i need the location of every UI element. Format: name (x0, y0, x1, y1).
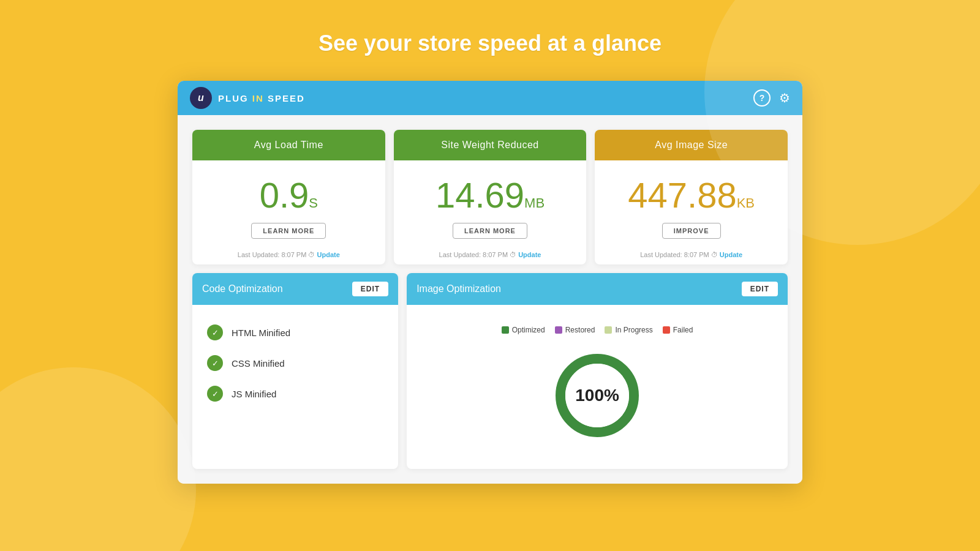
list-item: ✓ HTML Minified (207, 317, 383, 348)
update-link-load-time[interactable]: Update (317, 251, 340, 258)
legend-dot-optimized (502, 326, 509, 334)
stat-body-load-time: 0.9S LEARN MORE (192, 160, 385, 246)
list-item: ✓ JS Minified (207, 378, 383, 409)
image-optimization-header: Image Optimization EDIT (407, 273, 788, 305)
learn-more-weight[interactable]: LEARN MORE (453, 223, 527, 239)
stat-card-load-time: Avg Load Time 0.9S LEARN MORE Last Updat… (192, 130, 385, 264)
image-optimization-body: Optimized Restored In Progress Fail (407, 305, 788, 469)
legend-label-in-progress: In Progress (615, 326, 652, 334)
image-optimization-legend: Optimized Restored In Progress Fail (421, 317, 773, 340)
legend-label-restored: Restored (565, 326, 595, 334)
code-optimization-edit-button[interactable]: EDIT (352, 282, 388, 296)
code-optimization-body: ✓ HTML Minified ✓ CSS Minified ✓ JS Mini… (192, 305, 398, 421)
app-window: u PLUG IN SPEED ? ⚙ Avg Load Time 0.9S L… (178, 81, 802, 484)
stat-footer-image-size: Last Updated: 8:07 PM ⏱ Update (595, 246, 788, 264)
logo-icon: u (190, 87, 212, 109)
check-icon-css: ✓ (207, 355, 223, 371)
brand-name: PLUG IN SPEED (218, 93, 305, 103)
stat-body-weight: 14.69MB LEARN MORE (394, 160, 587, 246)
improve-image-size[interactable]: IMPROVE (662, 223, 721, 239)
legend-item-in-progress: In Progress (605, 326, 652, 334)
legend-dot-in-progress (605, 326, 612, 334)
stat-header-load-time: Avg Load Time (192, 130, 385, 160)
learn-more-load-time[interactable]: LEARN MORE (251, 223, 326, 239)
donut-percent-label: 100% (575, 386, 619, 405)
legend-dot-restored (555, 326, 562, 334)
bottom-row: Code Optimization EDIT ✓ HTML Minified ✓… (192, 273, 788, 469)
stat-header-weight: Site Weight Reduced (394, 130, 587, 160)
checklist-label-html: HTML Minified (232, 328, 290, 338)
stat-footer-weight: Last Updated: 8:07 PM ⏱ Update (394, 246, 587, 264)
stat-footer-load-time: Last Updated: 8:07 PM ⏱ Update (192, 246, 385, 264)
image-optimization-edit-button[interactable]: EDIT (742, 282, 778, 296)
stat-value-weight: 14.69MB (406, 178, 575, 213)
stat-value-load-time: 0.9S (205, 178, 373, 213)
checklist-label-js: JS Minified (232, 389, 276, 399)
bg-decoration-2 (0, 367, 196, 551)
legend-label-optimized: Optimized (512, 326, 545, 334)
donut-chart-container: 100% (421, 340, 773, 457)
checklist-label-css: CSS Minified (232, 358, 285, 369)
update-link-image-size[interactable]: Update (720, 251, 742, 258)
check-icon-html: ✓ (207, 324, 223, 340)
stats-row: Avg Load Time 0.9S LEARN MORE Last Updat… (192, 130, 788, 264)
list-item: ✓ CSS Minified (207, 348, 383, 378)
update-link-weight[interactable]: Update (518, 251, 541, 258)
legend-dot-failed (663, 326, 670, 334)
code-optimization-header: Code Optimization EDIT (192, 273, 398, 305)
stat-card-weight: Site Weight Reduced 14.69MB LEARN MORE L… (394, 130, 587, 264)
code-optimization-card: Code Optimization EDIT ✓ HTML Minified ✓… (192, 273, 398, 469)
legend-label-failed: Failed (673, 326, 693, 334)
legend-item-restored: Restored (555, 326, 595, 334)
code-optimization-title: Code Optimization (202, 283, 283, 294)
image-optimization-title: Image Optimization (417, 283, 501, 294)
legend-item-optimized: Optimized (502, 326, 545, 334)
navbar-brand: u PLUG IN SPEED (190, 87, 305, 109)
legend-item-failed: Failed (663, 326, 693, 334)
main-content: Avg Load Time 0.9S LEARN MORE Last Updat… (178, 115, 802, 484)
image-optimization-card: Image Optimization EDIT Optimized Restor… (407, 273, 788, 469)
check-icon-js: ✓ (207, 386, 223, 402)
